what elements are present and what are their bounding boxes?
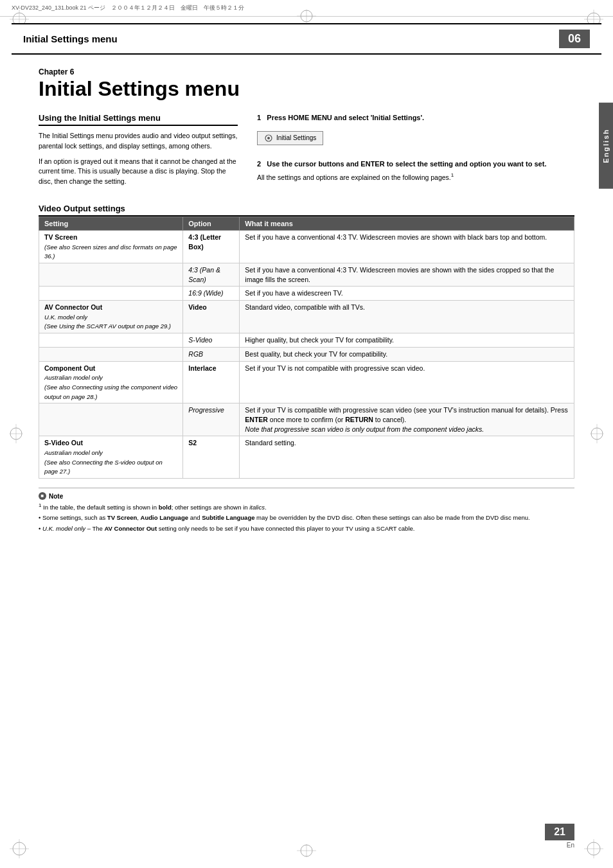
page-footer: 21 En — [545, 824, 574, 849]
video-output-table: Setting Option What it means TV Screen (… — [39, 217, 574, 479]
page-lang: En — [567, 842, 574, 849]
note-label: Note — [49, 493, 63, 500]
table-row: 16:9 (Wide) Set if you have a widescreen… — [39, 287, 574, 301]
reg-mark-bl — [10, 839, 29, 858]
table-header: Setting Option What it means — [39, 217, 574, 230]
table-row: Component Out Australian model only(See … — [39, 361, 574, 403]
option-cell: RGB — [183, 347, 240, 361]
setting-name: TV Screen — [44, 233, 77, 241]
english-tab: English — [599, 103, 613, 189]
table-header-row: Setting Option What it means — [39, 217, 574, 230]
option-cell: 4:3 (Pan & Scan) — [183, 263, 240, 287]
col-setting: Setting — [39, 217, 183, 230]
col-meaning: What it means — [240, 217, 574, 230]
meaning-cell: Set if you have a conventional 4:3 TV. W… — [240, 263, 574, 287]
note-item-3: • U.K. model only – The AV Connector Out… — [39, 524, 574, 533]
setting-cell: S-Video Out Australian model only(See al… — [39, 436, 183, 479]
setting-cell — [39, 347, 183, 361]
chapter-main-title: Initial Settings menu — [39, 78, 574, 100]
strip-title: Initial Settings menu — [23, 33, 559, 44]
table-row: S-Video Higher quality, but check your T… — [39, 333, 574, 348]
meaning-cell: Standard video, compatible with all TVs. — [240, 301, 574, 333]
setting-cell — [39, 333, 183, 348]
step-1-number: 1 — [257, 114, 261, 121]
step-2-sub: All the settings and options are explain… — [257, 172, 574, 182]
option-cell: Video — [183, 301, 240, 333]
initial-settings-button-mockup: Initial Settings — [257, 131, 323, 145]
using-heading: Using the Initial Settings menu — [39, 113, 238, 126]
steps-section: 1 Press HOME MENU and select 'Initial Se… — [257, 113, 574, 192]
setting-note: Australian model only(See also Connectin… — [44, 374, 177, 400]
video-output-heading: Video Output settings — [39, 204, 574, 217]
chapter-label: Chapter 6 — [39, 67, 574, 76]
setting-note: Australian model only(See also Connectin… — [44, 449, 163, 475]
setting-note: (See also Screen sizes and disc formats … — [44, 244, 177, 260]
table-body: TV Screen (See also Screen sizes and dis… — [39, 230, 574, 478]
meaning-cell: Set if your TV is compatible with progre… — [240, 403, 574, 436]
option-value: Interlace — [188, 364, 216, 372]
svg-point-25 — [267, 137, 270, 139]
page-number: 21 — [545, 824, 574, 840]
note-item-2: • Some settings, such as TV Screen, Audi… — [39, 513, 574, 522]
video-output-section: Video Output settings Setting Option Wha… — [39, 204, 574, 479]
table-row: RGB Best quality, but check your TV for … — [39, 347, 574, 361]
setting-cell: Component Out Australian model only(See … — [39, 361, 183, 403]
reg-mark-tm — [297, 10, 316, 24]
option-value: 4:3 (Pan & Scan) — [188, 266, 220, 283]
using-section: Using the Initial Settings menu The Init… — [39, 113, 238, 192]
table-row: S-Video Out Australian model only(See al… — [39, 436, 574, 479]
step-2-text: Use the cursor buttons and ENTER to sele… — [263, 160, 546, 168]
setting-cell — [39, 263, 183, 287]
settings-icon — [264, 134, 273, 143]
reg-mark-bm — [297, 844, 316, 858]
setting-name: AV Connector Out — [44, 303, 102, 311]
step-1: 1 Press HOME MENU and select 'Initial Se… — [257, 113, 574, 151]
note-header: ■ Note — [39, 492, 574, 500]
step-1-text: Press HOME MENU and select 'Initial Sett… — [263, 114, 424, 121]
option-value: S2 — [188, 439, 197, 447]
option-value: Video — [188, 303, 206, 311]
chapter-strip: Initial Settings menu 06 — [12, 23, 601, 55]
option-cell: S-Video — [183, 333, 240, 348]
using-para2: If an option is grayed out it means that… — [39, 157, 238, 187]
setting-name: Component Out — [44, 364, 95, 372]
setting-cell — [39, 403, 183, 436]
option-value: Progressive — [188, 406, 224, 414]
option-cell: S2 — [183, 436, 240, 479]
note-icon: ■ — [39, 492, 46, 500]
table-row: TV Screen (See also Screen sizes and dis… — [39, 230, 574, 263]
meaning-cell: Set if your TV is not compatible with pr… — [240, 361, 574, 403]
meaning-cell: Set if you have a widescreen TV. — [240, 287, 574, 301]
setting-cell — [39, 287, 183, 301]
setting-name: S-Video Out — [44, 439, 83, 447]
chapter-number-badge: 06 — [559, 30, 590, 48]
col-option: Option — [183, 217, 240, 230]
note-item-1: 1 In the table, the default setting is s… — [39, 502, 574, 512]
option-value: S-Video — [188, 336, 212, 344]
meaning-cell: Best quality, but check your TV for comp… — [240, 347, 574, 361]
setting-note: U.K. model only(See Using the SCART AV o… — [44, 314, 171, 330]
setting-cell: TV Screen (See also Screen sizes and dis… — [39, 230, 183, 263]
option-cell: Progressive — [183, 403, 240, 436]
option-value: 4:3 (Letter Box) — [188, 233, 221, 251]
file-info: XV-DV232_240_131.book 21 ページ ２００４年１２月２４日… — [12, 4, 244, 12]
option-value: 16:9 (Wide) — [188, 289, 223, 297]
setting-cell: AV Connector Out U.K. model only(See Usi… — [39, 301, 183, 333]
notes-section: ■ Note 1 In the table, the default setti… — [39, 488, 574, 533]
main-content: Chapter 6 Initial Settings menu Using th… — [0, 67, 613, 547]
using-para1: The Initial Settings menu provides audio… — [39, 131, 238, 152]
step-2: 2 Use the cursor buttons and ENTER to se… — [257, 159, 574, 182]
option-value: RGB — [188, 350, 203, 358]
table-row: AV Connector Out U.K. model only(See Usi… — [39, 301, 574, 333]
table-row: 4:3 (Pan & Scan) Set if you have a conve… — [39, 263, 574, 287]
reg-mark-br — [584, 839, 603, 858]
step-2-number: 2 — [257, 160, 261, 168]
meaning-cell: Higher quality, but check your TV for co… — [240, 333, 574, 348]
meaning-cell: Standard setting. — [240, 436, 574, 479]
option-cell: Interlace — [183, 361, 240, 403]
page: English XV-DV232_240_131.book 21 ページ ２００… — [0, 0, 613, 868]
button-label: Initial Settings — [276, 134, 316, 141]
option-cell: 16:9 (Wide) — [183, 287, 240, 301]
table-row: Progressive Set if your TV is compatible… — [39, 403, 574, 436]
option-cell: 4:3 (Letter Box) — [183, 230, 240, 263]
